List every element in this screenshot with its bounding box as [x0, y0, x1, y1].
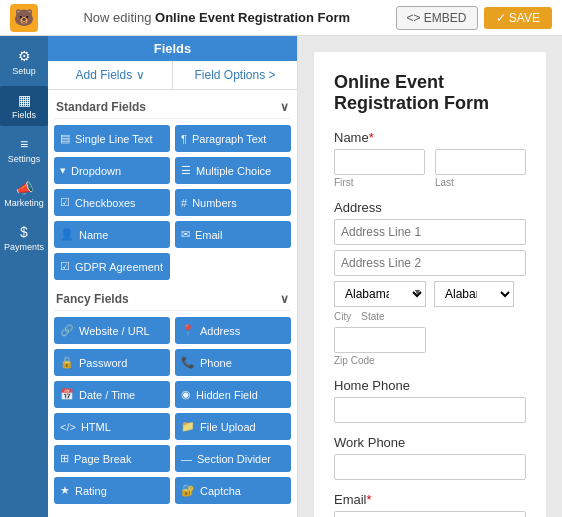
fields-content: Standard Fields ∨ ▤ Single Line Text ¶ P…: [48, 90, 297, 517]
sidebar-item-settings[interactable]: ≡ Settings: [0, 130, 48, 170]
marketing-icon: 📣: [16, 180, 33, 196]
tab-add-fields[interactable]: Add Fields ∨: [48, 61, 173, 89]
work-phone-label: Work Phone: [334, 435, 526, 450]
fancy-fields-grid: 🔗 Website / URL 📍 Address 🔒 Password 📞 P…: [54, 317, 291, 504]
email-icon: ✉: [181, 228, 190, 241]
setup-icon: ⚙: [18, 48, 31, 64]
city-sub-label: City: [334, 311, 351, 322]
sidebar-item-setup-label: Setup: [12, 66, 36, 76]
email-field-label: Email*: [334, 492, 526, 507]
name-first-label: First: [334, 177, 425, 188]
phone-icon: 📞: [181, 356, 195, 369]
address-line1-input[interactable]: [334, 219, 526, 245]
home-phone-label: Home Phone: [334, 378, 526, 393]
fields-panel: Fields Add Fields ∨ Field Options > Stan…: [48, 36, 298, 517]
standard-fields-header: Standard Fields ∨: [54, 96, 291, 119]
settings-icon: ≡: [20, 136, 28, 152]
rating-icon: ★: [60, 484, 70, 497]
field-btn-gdpr[interactable]: ☑ GDPR Agreement: [54, 253, 170, 280]
form-field-work-phone: Work Phone: [334, 435, 526, 480]
sidebar-item-setup[interactable]: ⚙ Setup: [0, 42, 48, 82]
work-phone-input[interactable]: [334, 454, 526, 480]
form-field-address: Address Alabama Alaska Al: [334, 200, 526, 366]
field-btn-section-divider[interactable]: — Section Divider: [175, 445, 291, 472]
password-icon: 🔒: [60, 356, 74, 369]
zip-sub-label: Zip Code: [334, 355, 526, 366]
datetime-icon: 📅: [60, 388, 74, 401]
city-state-row: Alabama Alaska Alabama: [334, 281, 526, 307]
fields-icon: ▦: [18, 92, 31, 108]
field-btn-captcha[interactable]: 🔐 Captcha: [175, 477, 291, 504]
paragraph-icon: ¶: [181, 133, 187, 145]
name-first-input[interactable]: [334, 149, 425, 175]
form-field-email: Email*: [334, 492, 526, 517]
home-phone-input[interactable]: [334, 397, 526, 423]
standard-fields-collapse-icon[interactable]: ∨: [280, 100, 289, 114]
address-label: Address: [334, 200, 526, 215]
multiple-choice-icon: ☰: [181, 164, 191, 177]
field-btn-multiple-choice[interactable]: ☰ Multiple Choice: [175, 157, 291, 184]
numbers-icon: #: [181, 197, 187, 209]
field-btn-page-break[interactable]: ⊞ Page Break: [54, 445, 170, 472]
sidebar-item-fields-label: Fields: [12, 110, 36, 120]
field-btn-website[interactable]: 🔗 Website / URL: [54, 317, 170, 344]
field-btn-hidden[interactable]: ◉ Hidden Field: [175, 381, 291, 408]
field-btn-address[interactable]: 📍 Address: [175, 317, 291, 344]
field-btn-file-upload[interactable]: 📁 File Upload: [175, 413, 291, 440]
form-preview: Online Event Registration Form Name* Fir…: [314, 52, 546, 517]
hidden-icon: ◉: [181, 388, 191, 401]
field-btn-rating[interactable]: ★ Rating: [54, 477, 170, 504]
field-btn-html[interactable]: </> HTML: [54, 413, 170, 440]
fancy-fields-collapse-icon[interactable]: ∨: [280, 292, 289, 306]
tab-field-options[interactable]: Field Options >: [173, 61, 297, 89]
name-label: Name*: [334, 130, 526, 145]
field-btn-single-line[interactable]: ▤ Single Line Text: [54, 125, 170, 152]
sidebar-item-payments-label: Payments: [4, 242, 44, 252]
field-btn-datetime[interactable]: 📅 Date / Time: [54, 381, 170, 408]
field-btn-phone[interactable]: 📞 Phone: [175, 349, 291, 376]
sidebar-item-payments[interactable]: $ Payments: [0, 218, 48, 258]
field-btn-dropdown[interactable]: ▾ Dropdown: [54, 157, 170, 184]
name-last-input[interactable]: [435, 149, 526, 175]
payments-icon: $: [20, 224, 28, 240]
sidebar-item-fields[interactable]: ▦ Fields: [0, 86, 48, 126]
name-icon: 👤: [60, 228, 74, 241]
embed-button[interactable]: <> EMBED: [396, 6, 478, 30]
email-input[interactable]: [334, 511, 526, 517]
address-line2-input[interactable]: [334, 250, 526, 276]
website-icon: 🔗: [60, 324, 74, 337]
top-bar-actions: <> EMBED ✓ SAVE: [396, 6, 553, 30]
field-btn-name[interactable]: 👤 Name: [54, 221, 170, 248]
field-btn-checkboxes[interactable]: ☑ Checkboxes: [54, 189, 170, 216]
page-break-icon: ⊞: [60, 452, 69, 465]
sidebar-item-marketing-label: Marketing: [4, 198, 44, 208]
field-btn-numbers[interactable]: # Numbers: [175, 189, 291, 216]
field-btn-paragraph[interactable]: ¶ Paragraph Text: [175, 125, 291, 152]
fields-panel-header: Fields: [48, 36, 297, 61]
field-btn-email[interactable]: ✉ Email: [175, 221, 291, 248]
html-icon: </>: [60, 421, 76, 433]
name-last-label: Last: [435, 177, 526, 188]
state-select2[interactable]: Alabama: [434, 281, 514, 307]
section-divider-icon: —: [181, 453, 192, 465]
preview-panel: Online Event Registration Form Name* Fir…: [298, 36, 562, 517]
main-layout: ⚙ Setup ▦ Fields ≡ Settings 📣 Marketing …: [0, 36, 562, 517]
captcha-icon: 🔐: [181, 484, 195, 497]
name-row: First Last: [334, 149, 526, 188]
sidebar-item-settings-label: Settings: [8, 154, 41, 164]
form-field-name: Name* First Last: [334, 130, 526, 188]
single-line-icon: ▤: [60, 132, 70, 145]
file-upload-icon: 📁: [181, 420, 195, 433]
fancy-fields-header: Fancy Fields ∨: [54, 288, 291, 311]
state-select[interactable]: Alabama Alaska: [334, 281, 426, 307]
gdpr-icon: ☑: [60, 260, 70, 273]
save-button[interactable]: ✓ SAVE: [484, 7, 552, 29]
checkboxes-icon: ☑: [60, 196, 70, 209]
state-sub-label: State: [361, 311, 384, 322]
field-btn-password[interactable]: 🔒 Password: [54, 349, 170, 376]
sidebar-item-marketing[interactable]: 📣 Marketing: [0, 174, 48, 214]
zip-input[interactable]: [334, 327, 426, 353]
fields-tabs: Add Fields ∨ Field Options >: [48, 61, 297, 90]
address-icon: 📍: [181, 324, 195, 337]
form-field-home-phone: Home Phone: [334, 378, 526, 423]
